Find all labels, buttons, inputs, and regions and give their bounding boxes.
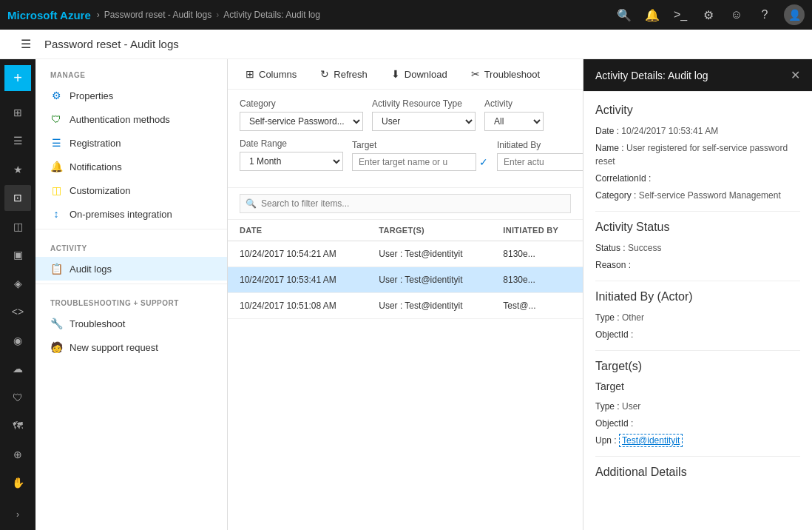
- rp-actor-type-value: Other: [622, 312, 644, 323]
- category-select[interactable]: Self-service Password...: [240, 112, 363, 131]
- rp-actor-objectid: ObjectId :: [595, 328, 800, 341]
- rp-reason-label: Reason :: [595, 260, 631, 270]
- category-filter-label: Category: [240, 98, 363, 109]
- search-bar: 🔍: [228, 188, 583, 220]
- activity-filter-label: Activity: [484, 98, 544, 109]
- customization-icon: ◫: [50, 184, 62, 196]
- sidebar-icon-circle[interactable]: ◉: [4, 328, 31, 354]
- filter-row-2: Date Range 1 Month 7 Days 30 Days Target…: [240, 138, 571, 171]
- create-resource-button[interactable]: +: [4, 65, 31, 91]
- right-panel-content: Activity Date : 10/24/2017 10:53:41 AM N…: [583, 92, 812, 530]
- nav-panel: MANAGE ⚙ Properties 🛡 Authentication met…: [35, 59, 228, 530]
- sidebar-icon-shield[interactable]: 🛡: [4, 385, 31, 411]
- sidebar-icon-hand[interactable]: ✋: [4, 470, 31, 496]
- table-row[interactable]: 10/24/2017 10:53:41 AM User : Test@ident…: [228, 267, 583, 293]
- table-row[interactable]: 10/24/2017 10:54:21 AM User : Test@ident…: [228, 241, 583, 267]
- breadcrumb-item-2[interactable]: Activity Details: Audit log: [223, 10, 320, 20]
- rp-target-type-label: Type :: [595, 401, 620, 412]
- troubleshoot-toolbar-button[interactable]: ✂ Troubleshoot: [465, 65, 546, 83]
- date-range-filter: Date Range 1 Month 7 Days 30 Days: [240, 138, 343, 171]
- rp-category: Category : Self-service Password Managem…: [595, 189, 800, 202]
- rp-target-subtitle: Target: [595, 380, 800, 392]
- sidebar-icon-cloud[interactable]: ☁: [4, 356, 31, 382]
- sidebar-item-properties[interactable]: ⚙ Properties: [35, 84, 227, 107]
- sidebar-item-on-premises[interactable]: ↕ On-premises integration: [35, 202, 227, 226]
- nav-divider-2: [35, 284, 227, 284]
- rp-actor-type-label: Type :: [595, 312, 620, 323]
- columns-label: Columns: [259, 69, 297, 80]
- resource-type-select[interactable]: User: [372, 112, 476, 131]
- rp-activity-section: Activity: [595, 104, 800, 117]
- sidebar-icon-box[interactable]: ▣: [4, 242, 31, 268]
- customization-label: Customization: [70, 185, 130, 196]
- menu-button[interactable]: ☰: [15, 33, 37, 56]
- search-icon[interactable]: 🔍: [615, 6, 633, 24]
- refresh-button[interactable]: ↻ Refresh: [314, 65, 373, 83]
- sidebar-item-customization[interactable]: ◫ Customization: [35, 178, 227, 202]
- col-initiated: INITIATED BY: [491, 220, 583, 241]
- sidebar-icon-map[interactable]: 🗺: [4, 413, 31, 439]
- rp-target-type: Type : User: [595, 400, 800, 413]
- columns-button[interactable]: ⊞ Columns: [240, 65, 302, 83]
- sidebar-item-auth-methods[interactable]: 🛡 Authentication methods: [35, 107, 227, 131]
- resource-type-label: Activity Resource Type: [372, 98, 476, 109]
- col-date: DATE: [228, 220, 367, 241]
- sidebar-icon-puzzle[interactable]: ⊕: [4, 442, 31, 468]
- search-input[interactable]: [240, 194, 571, 213]
- col-targets: TARGET(S): [367, 220, 491, 241]
- date-range-select[interactable]: 1 Month 7 Days 30 Days: [240, 152, 343, 171]
- gear-icon[interactable]: ⚙: [700, 6, 717, 24]
- target-input[interactable]: [352, 153, 476, 171]
- help-icon[interactable]: ?: [756, 6, 774, 24]
- target-filter: Target ✓: [352, 140, 488, 171]
- rp-name-label: Name :: [595, 143, 624, 153]
- registration-label: Registration: [70, 138, 121, 149]
- sidebar-icon-code[interactable]: <>: [4, 299, 31, 325]
- download-button[interactable]: ⬇ Download: [385, 65, 453, 83]
- rp-status-value: Success: [628, 243, 661, 253]
- rp-date-value: 10/24/2017 10:53:41 AM: [621, 126, 718, 136]
- right-panel: Activity Details: Audit log ✕ Activity D…: [583, 59, 812, 530]
- sidebar-icon-active[interactable]: ⊡: [4, 185, 31, 211]
- search-icon: 🔍: [246, 198, 257, 209]
- sidebar-item-registration[interactable]: ☰ Registration: [35, 131, 227, 155]
- sidebar-item-support[interactable]: 🧑 New support request: [35, 335, 227, 359]
- sidebar-icon-resources[interactable]: ☰: [4, 128, 31, 154]
- date-range-label: Date Range: [240, 138, 343, 149]
- sidebar-item-notifications[interactable]: 🔔 Notifications: [35, 155, 227, 178]
- rp-divider-2: [595, 281, 800, 281]
- sidebar-icon-services[interactable]: ◫: [4, 214, 31, 240]
- activity-select[interactable]: All: [484, 112, 544, 131]
- sidebar-icon-dashboard[interactable]: ⊞: [4, 100, 31, 126]
- refresh-icon: ↻: [320, 68, 329, 80]
- smiley-icon[interactable]: ☺: [728, 6, 745, 24]
- breadcrumb-item-1[interactable]: Password reset - Audit logs: [104, 10, 212, 20]
- rp-upn-label: Upn :: [595, 435, 617, 446]
- cell-date: 10/24/2017 10:54:21 AM: [228, 241, 367, 267]
- content-area: ⊞ Columns ↻ Refresh ⬇ Download ✂ Trouble…: [228, 59, 583, 530]
- rp-targets-section: Target(s): [595, 360, 800, 373]
- initiated-by-input[interactable]: [497, 153, 583, 171]
- auth-methods-label: Authentication methods: [70, 114, 170, 125]
- sidebar-expand-button[interactable]: ›: [4, 502, 31, 528]
- sidebar-item-audit-logs[interactable]: 📋 Audit logs: [35, 257, 227, 281]
- sidebar-item-troubleshoot[interactable]: 🔧 Troubleshoot: [35, 312, 227, 335]
- rp-actor-type: Type : Other: [595, 311, 800, 324]
- terminal-icon[interactable]: >_: [671, 6, 689, 24]
- rp-upn-value[interactable]: Test@identityit: [619, 434, 683, 447]
- right-panel-close-button[interactable]: ✕: [791, 68, 800, 82]
- cell-initiated: 8130e...: [491, 241, 583, 267]
- table-row[interactable]: 10/24/2017 10:51:08 AM User : Test@ident…: [228, 293, 583, 319]
- bell-icon[interactable]: 🔔: [643, 6, 661, 24]
- troubleshoot-label: Troubleshoot: [70, 318, 125, 329]
- avatar[interactable]: 👤: [784, 4, 805, 25]
- sidebar-icon-diamond[interactable]: ◈: [4, 271, 31, 297]
- rp-date: Date : 10/24/2017 10:53:41 AM: [595, 124, 800, 138]
- brand-title[interactable]: Microsoft Azure: [7, 9, 91, 21]
- troubleshoot-toolbar-label: Troubleshoot: [484, 69, 540, 80]
- initiated-by-filter: Initiated By: [497, 140, 583, 171]
- rp-upn: Upn : Test@identityit: [595, 434, 800, 447]
- audit-logs-label: Audit logs: [70, 264, 112, 275]
- rp-actor-section: Initiated By (Actor): [595, 290, 800, 303]
- sidebar-icon-favorites[interactable]: ★: [4, 157, 31, 183]
